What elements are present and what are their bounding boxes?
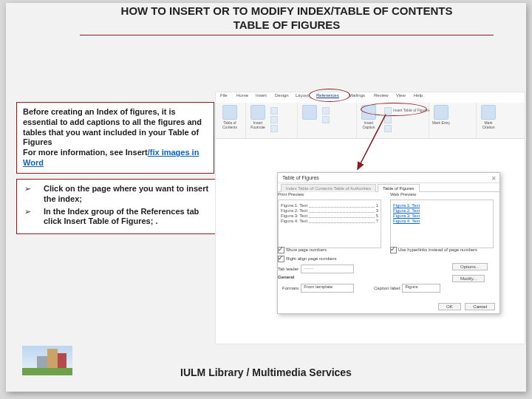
chk-label: Use hyperlinks instead of page numbers — [398, 248, 477, 252]
btn-sm[interactable] — [384, 125, 393, 132]
pv-l: Figura 3: Text — [281, 214, 307, 218]
btn-table-of-contents[interactable]: Table of Contents — [220, 105, 239, 129]
dialog-footer: OK Cancel — [435, 303, 495, 310]
chk-use-hyperlinks[interactable]: Use hyperlinks instead of page numbers — [390, 247, 477, 253]
tab-view[interactable]: View — [396, 93, 406, 98]
tab-help[interactable]: Help — [414, 93, 423, 98]
highlight-references-tab — [309, 89, 350, 102]
instruction-box-steps: Click on the page where you want to inse… — [16, 179, 225, 234]
pv-l: Figura 3: Text — [393, 214, 420, 218]
caption-label-select[interactable]: Figura — [402, 284, 440, 293]
btn-mark-entry[interactable]: Mark Entry — [432, 105, 451, 125]
pv-l: Figura 1: Text — [281, 203, 307, 208]
intro-text-b: For more information, see Insert — [23, 148, 148, 157]
tab-home[interactable]: Home — [236, 93, 248, 98]
pv-l: Figura 2: Text — [393, 208, 420, 213]
step-item: In the Index group of the References tab… — [33, 207, 218, 228]
tab-file[interactable]: File — [220, 93, 228, 98]
dlg-tab-tof[interactable]: Table of Figures — [378, 184, 420, 192]
chk-right-align[interactable]: Right align page numbers — [278, 256, 336, 262]
footer-text: IULM Library / Multimedia Services — [6, 366, 526, 378]
group-index: Mark Entry — [429, 103, 477, 138]
btn-footnote-label: Insert Footnote — [250, 120, 265, 129]
pv-r: 7 — [376, 219, 378, 223]
general-label: General — [278, 275, 294, 279]
formats-select[interactable]: From template — [301, 284, 354, 293]
modify-button[interactable]: Modify... — [449, 275, 485, 282]
print-preview-pane: Figura 1: Text1 Figura 2: Text3 Figura 3… — [278, 200, 381, 248]
dlg-tab-other[interactable]: Index Table of Contents Table of Authori… — [281, 184, 376, 192]
highlight-insert-tof — [361, 103, 427, 116]
group-research — [297, 103, 357, 138]
pv-l: Figura 1: Text — [393, 203, 420, 208]
dialog-title-bar: Table of Figures ✕ — [278, 173, 499, 183]
title-line2: TABLE OF FIGURES — [233, 18, 341, 31]
slide: HOW TO INSERT OR TO MODIFY INDEX/TABLE O… — [6, 3, 526, 392]
step-item: Click on the page where you want to inse… — [33, 184, 218, 205]
pv-l: Figura 2: Text — [281, 208, 307, 213]
btn-label: Options... — [452, 263, 488, 270]
lbl: Caption label: — [374, 286, 401, 290]
btn-sm[interactable] — [322, 116, 331, 123]
btn-insert-footnote[interactable]: Insert Footnote — [248, 105, 267, 129]
lbl: Formats: — [282, 286, 300, 290]
table-of-figures-dialog: Table of Figures ✕ Index Table of Conten… — [277, 172, 500, 314]
btn-sm[interactable] — [322, 107, 331, 115]
close-icon[interactable]: ✕ — [491, 175, 497, 182]
btn-sm[interactable] — [384, 116, 393, 123]
btn-sm[interactable] — [270, 116, 279, 123]
ribbon-tab-bar: File Home Insert Design Layout Reference… — [216, 92, 525, 103]
btn-mark-citation[interactable]: Mark Citation — [479, 105, 498, 129]
group-authorities: Mark Citation — [476, 103, 525, 138]
btn-caption-label: Insert Caption — [362, 120, 375, 129]
pv-r: 1 — [376, 203, 378, 208]
tab-review[interactable]: Review — [374, 93, 389, 98]
group-footnotes: Insert Footnote — [245, 103, 298, 138]
btn-mark-citation-label: Mark Citation — [482, 120, 495, 129]
lbl: Tab leader: — [278, 267, 300, 271]
tab-leader-select[interactable]: ........ — [301, 265, 354, 273]
btn-research[interactable] — [300, 105, 319, 120]
cancel-button[interactable]: Cancel — [465, 303, 495, 310]
chk-show-page-numbers[interactable]: Show page numbers — [278, 247, 327, 253]
print-preview-label: Print Preview — [278, 192, 304, 197]
tab-layout[interactable]: Layout — [296, 93, 309, 98]
btn-toc-label: Table of Contents — [222, 120, 237, 129]
dialog-body: Print Preview Web Preview Figura 1: Text… — [278, 192, 499, 299]
btn-sm[interactable] — [270, 107, 279, 115]
btn-sm[interactable] — [270, 125, 279, 132]
caption-label-field: Caption label: Figura — [374, 284, 440, 293]
tab-insert[interactable]: Insert — [256, 93, 267, 98]
web-preview-label: Web Preview — [390, 192, 416, 197]
btn-mark-entry-label: Mark Entry — [432, 120, 450, 125]
slide-title: HOW TO INSERT OR TO MODIFY INDEX/TABLE O… — [80, 4, 494, 35]
chk-label: Show page numbers — [286, 248, 327, 252]
word-screenshot: File Home Insert Design Layout Reference… — [215, 92, 525, 344]
intro-text-a: Before creating an Index of figures, it … — [23, 107, 202, 146]
formats-field: Formats: From template — [282, 284, 354, 293]
chk-label: Right align page numbers — [286, 256, 336, 261]
dialog-title: Table of Figures — [282, 175, 319, 180]
pv-l: Figura 4: Text — [393, 219, 420, 223]
options-button[interactable]: Options... — [449, 263, 488, 270]
pv-l: Figura 4: Text — [281, 219, 307, 223]
web-preview-pane: Figura 1: Text Figura 2: Text Figura 3: … — [390, 200, 494, 248]
pv-r: 3 — [376, 208, 378, 213]
dialog-tabs: Index Table of Contents Table of Authori… — [278, 183, 499, 192]
title-line1: HOW TO INSERT OR TO MODIFY INDEX/TABLE O… — [121, 4, 453, 17]
btn-label: Modify... — [452, 275, 485, 282]
ok-button[interactable]: OK — [438, 303, 461, 310]
tab-design[interactable]: Design — [275, 93, 289, 98]
pv-r: 5 — [376, 214, 378, 218]
tab-leader-field: Tab leader: ........ — [278, 265, 354, 273]
group-toc: Table of Contents — [216, 103, 246, 138]
tab-mailings[interactable]: Mailings — [349, 93, 365, 98]
instruction-box-intro: Before creating an Index of figures, it … — [16, 102, 214, 174]
